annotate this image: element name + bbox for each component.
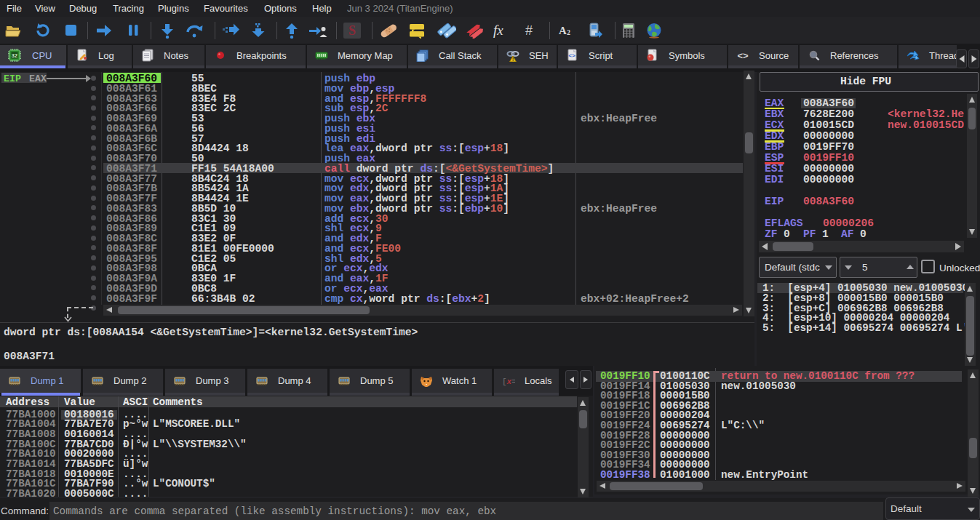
svg-text:[x=]: [x=] — [502, 377, 515, 386]
svg-text:<>: <> — [737, 50, 749, 61]
svg-text:S: S — [348, 23, 356, 38]
svg-text:!: ! — [512, 57, 514, 62]
svg-text:#: # — [525, 23, 533, 38]
svg-text:fx: fx — [493, 23, 503, 38]
svg-text:A: A — [559, 25, 567, 36]
svg-text:2: 2 — [567, 28, 570, 36]
svg-text:<>: <> — [568, 52, 575, 59]
svg-text:32: 32 — [12, 53, 17, 58]
